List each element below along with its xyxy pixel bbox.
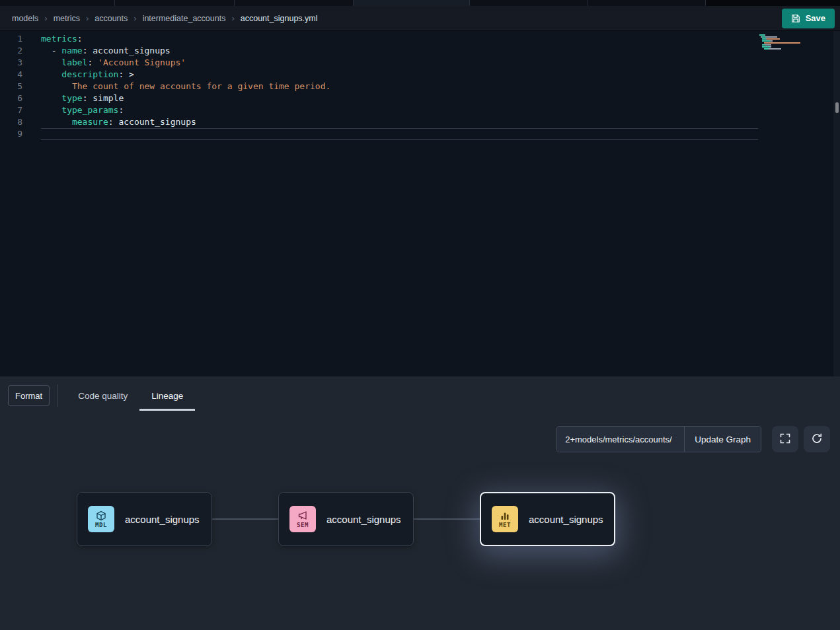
- save-button[interactable]: Save: [782, 9, 835, 28]
- refresh-button[interactable]: [804, 426, 830, 452]
- editor-scrollbar[interactable]: [833, 31, 840, 376]
- breadcrumb: models›metrics›accounts›intermediate_acc…: [12, 13, 782, 23]
- breadcrumb-item[interactable]: accounts: [95, 14, 128, 23]
- node-type-label: MET: [499, 522, 511, 528]
- node-title: account_signups: [529, 514, 603, 525]
- chevron-right-icon: ›: [134, 13, 136, 23]
- breadcrumb-item[interactable]: metrics: [54, 14, 80, 23]
- code-line[interactable]: 4 description: >: [0, 69, 840, 81]
- line-number: 1: [0, 33, 22, 45]
- editor-tab[interactable]: [0, 0, 115, 6]
- model-selector-input[interactable]: [557, 427, 684, 452]
- lineage-graph[interactable]: MDLaccount_signupsSEMaccount_signupsMETa…: [0, 376, 840, 630]
- code-line[interactable]: 3 label: 'Account Signups': [0, 57, 840, 69]
- editor-tabstrip: [0, 0, 840, 6]
- line-number: 4: [0, 69, 22, 81]
- lineage-edge: [212, 518, 278, 520]
- line-number: 5: [0, 81, 22, 92]
- expand-icon: [779, 433, 791, 446]
- save-label: Save: [806, 13, 825, 23]
- line-number: 2: [0, 45, 22, 57]
- fullscreen-button[interactable]: [772, 426, 798, 452]
- line-number: 9: [0, 128, 22, 140]
- breadcrumb-item[interactable]: intermediate_accounts: [143, 14, 226, 23]
- node-type-badge: MET: [492, 506, 518, 532]
- chevron-right-icon: ›: [86, 13, 89, 23]
- editor-code[interactable]: 1metrics:2 - name: account_signups3 labe…: [0, 31, 840, 140]
- app-window: models›metrics›accounts›intermediate_acc…: [0, 0, 840, 630]
- save-icon: [791, 14, 800, 23]
- code-line[interactable]: 1metrics:: [0, 33, 840, 45]
- editor-tab[interactable]: [354, 0, 470, 6]
- megaphone-icon: [297, 510, 308, 521]
- lineage-controls: Update Graph: [556, 426, 830, 452]
- chevron-right-icon: ›: [44, 13, 47, 23]
- code-line[interactable]: 5 The count of new accounts for a given …: [0, 81, 840, 92]
- node-type-label: SEM: [297, 522, 309, 528]
- code-line[interactable]: 8 measure: account_signups: [0, 116, 840, 128]
- node-type-badge: SEM: [289, 506, 316, 532]
- editor-tab[interactable]: [115, 0, 235, 6]
- scrollbar-handle[interactable]: [835, 102, 839, 113]
- node-title: account_signups: [125, 514, 200, 525]
- code-line[interactable]: 9: [0, 128, 840, 140]
- model-selector-group: Update Graph: [556, 426, 761, 452]
- line-number: 3: [0, 57, 22, 69]
- chevron-right-icon: ›: [231, 13, 234, 23]
- update-graph-button[interactable]: Update Graph: [684, 427, 761, 452]
- line-number: 6: [0, 92, 22, 104]
- code-editor[interactable]: 1metrics:2 - name: account_signups3 labe…: [0, 31, 840, 376]
- breadcrumb-bar: models›metrics›accounts›intermediate_acc…: [0, 6, 840, 31]
- refresh-icon: [811, 433, 823, 446]
- bottom-panel: Format Code quality Lineage MDLaccount_s…: [0, 376, 840, 630]
- line-number: 8: [0, 116, 22, 128]
- bar-chart-icon: [500, 510, 510, 521]
- minimap[interactable]: [759, 34, 803, 52]
- lineage-node[interactable]: SEMaccount_signups: [278, 492, 414, 546]
- code-line[interactable]: 6 type: simple: [0, 92, 840, 104]
- breadcrumb-item[interactable]: models: [12, 14, 38, 23]
- node-title: account_signups: [326, 514, 401, 525]
- lineage-edge: [414, 518, 480, 520]
- code-line[interactable]: 2 - name: account_signups: [0, 45, 840, 57]
- lineage-node[interactable]: METaccount_signups: [480, 492, 615, 546]
- lineage-node[interactable]: MDLaccount_signups: [77, 492, 212, 546]
- editor-tab[interactable]: [588, 0, 706, 6]
- cube-icon: [96, 510, 106, 521]
- breadcrumb-item[interactable]: account_signups.yml: [241, 14, 318, 23]
- line-number: 7: [0, 104, 22, 116]
- node-type-label: MDL: [95, 522, 107, 528]
- node-type-badge: MDL: [88, 506, 114, 532]
- tabstrip-filler: [706, 0, 840, 6]
- editor-tab[interactable]: [235, 0, 354, 6]
- editor-tab[interactable]: [470, 0, 588, 6]
- code-line[interactable]: 7 type_params:: [0, 104, 840, 116]
